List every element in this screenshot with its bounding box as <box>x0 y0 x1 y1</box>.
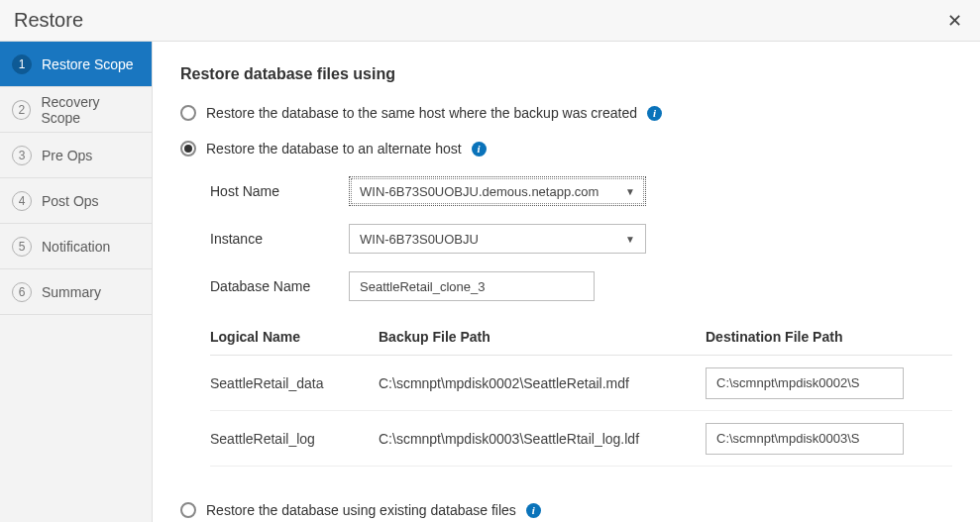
step-label: Recovery Scope <box>41 94 140 126</box>
host-name-label: Host Name <box>210 183 349 199</box>
step-post-ops[interactable]: 4 Post Ops <box>0 178 152 224</box>
step-recovery-scope[interactable]: 2 Recovery Scope <box>0 87 152 133</box>
step-label: Post Ops <box>42 193 99 209</box>
step-label: Notification <box>42 239 110 255</box>
step-notification[interactable]: 5 Notification <box>0 224 152 269</box>
radio-alt-host[interactable] <box>180 141 196 157</box>
step-label: Restore Scope <box>42 56 134 72</box>
info-icon[interactable]: i <box>472 142 487 157</box>
radio-same-host-label: Restore the database to the same host wh… <box>206 105 637 121</box>
close-icon[interactable]: ✕ <box>943 6 966 36</box>
file-table-header: Logical Name Backup File Path Destinatio… <box>210 319 952 356</box>
instance-label: Instance <box>210 231 349 247</box>
info-icon[interactable]: i <box>526 503 541 518</box>
col-logical-name: Logical Name <box>210 329 379 345</box>
step-label: Summary <box>42 284 101 300</box>
step-number: 6 <box>12 282 32 302</box>
dest-path-input[interactable] <box>706 367 904 399</box>
step-number: 5 <box>12 237 32 257</box>
database-name-input[interactable] <box>349 271 595 301</box>
col-dest-path: Destination File Path <box>706 329 924 345</box>
radio-same-host[interactable] <box>180 105 196 121</box>
table-row: SeattleRetail_log C:\scmnpt\mpdisk0003\S… <box>210 411 952 467</box>
info-icon[interactable]: i <box>647 106 662 121</box>
radio-existing-files[interactable] <box>180 502 196 518</box>
option-alt-host-row[interactable]: Restore the database to an alternate hos… <box>180 141 952 157</box>
logical-name-cell: SeattleRetail_log <box>210 431 379 447</box>
titlebar: Restore ✕ <box>0 0 980 42</box>
step-number: 3 <box>12 146 32 165</box>
page-heading: Restore database files using <box>180 65 952 83</box>
option-existing-files-row[interactable]: Restore the database using existing data… <box>180 502 952 518</box>
step-number: 1 <box>12 54 32 74</box>
table-row: SeattleRetail_data C:\scmnpt\mpdisk0002\… <box>210 356 952 411</box>
step-pre-ops[interactable]: 3 Pre Ops <box>0 133 152 178</box>
backup-path-cell: C:\scmnpt\mpdisk0003\SeattleRtail_log.ld… <box>379 431 706 447</box>
option-same-host-row[interactable]: Restore the database to the same host wh… <box>180 105 952 121</box>
logical-name-cell: SeattleRetail_data <box>210 375 379 391</box>
database-name-label: Database Name <box>210 278 349 294</box>
radio-alt-host-label: Restore the database to an alternate hos… <box>206 141 462 157</box>
step-number: 2 <box>12 100 31 120</box>
radio-existing-files-label: Restore the database using existing data… <box>206 502 516 518</box>
backup-path-cell: C:\scmnpt\mpdisk0002\SeattleRetail.mdf <box>379 375 706 391</box>
chevron-down-icon: ▼ <box>625 234 635 245</box>
step-restore-scope[interactable]: 1 Restore Scope <box>0 42 152 87</box>
instance-select[interactable]: WIN-6B73S0UOBJU ▼ <box>349 224 646 254</box>
host-name-select[interactable]: WIN-6B73S0UOBJU.demous.netapp.com ▼ <box>349 176 646 206</box>
step-number: 4 <box>12 191 32 211</box>
col-backup-path: Backup File Path <box>379 329 706 345</box>
step-summary[interactable]: 6 Summary <box>0 269 152 315</box>
host-name-value: WIN-6B73S0UOBJU.demous.netapp.com <box>360 184 599 199</box>
wizard-steps: 1 Restore Scope 2 Recovery Scope 3 Pre O… <box>0 42 153 522</box>
chevron-down-icon: ▼ <box>625 186 635 197</box>
instance-value: WIN-6B73S0UOBJU <box>360 232 479 247</box>
dest-path-input[interactable] <box>706 423 904 455</box>
step-label: Pre Ops <box>42 148 92 163</box>
dialog-title: Restore <box>14 9 83 32</box>
